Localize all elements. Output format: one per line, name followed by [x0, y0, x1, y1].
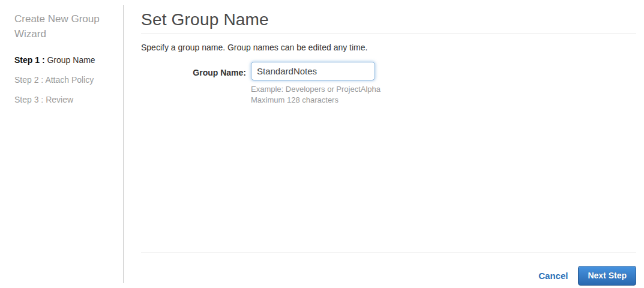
footer-divider [141, 253, 636, 253]
step-number: Step 1 : [14, 55, 45, 65]
wizard-title: Create New Group Wizard [14, 11, 109, 41]
group-name-field-col: Example: Developers or ProjectAlpha Maxi… [251, 62, 381, 106]
title-divider [141, 34, 636, 34]
wizard-step-attach-policy: Step 2 : Attach Policy [14, 75, 111, 85]
step-label: Attach Policy [43, 75, 94, 85]
create-group-wizard-page: Create New Group Wizard Step 1 : Group N… [0, 0, 644, 288]
group-name-label: Group Name: [141, 62, 251, 106]
step-number: Step 3 : [14, 95, 43, 104]
group-name-input[interactable] [251, 62, 375, 80]
step-number: Step 2 : [14, 75, 43, 85]
cancel-button[interactable]: Cancel [538, 271, 568, 281]
wizard-step-group-name: Step 1 : Group Name [14, 55, 111, 65]
next-step-button[interactable]: Next Step [578, 266, 636, 286]
group-name-example-hint: Example: Developers or ProjectAlpha [251, 84, 381, 95]
step-label: Review [43, 95, 73, 104]
page-title: Set Group Name [141, 0, 636, 29]
wizard-sidebar: Create New Group Wizard Step 1 : Group N… [0, 0, 123, 288]
group-name-max-hint: Maximum 128 characters [251, 95, 381, 106]
sidebar-divider [123, 5, 124, 283]
page-description: Specify a group name. Group names can be… [141, 42, 636, 53]
step-label: Group Name [45, 55, 95, 65]
main-panel: Set Group Name Specify a group name. Gro… [141, 0, 636, 288]
footer-actions: Cancel Next Step [538, 266, 636, 286]
wizard-step-review: Step 3 : Review [14, 95, 111, 104]
group-name-form-row: Group Name: Example: Developers or Proje… [141, 62, 636, 106]
